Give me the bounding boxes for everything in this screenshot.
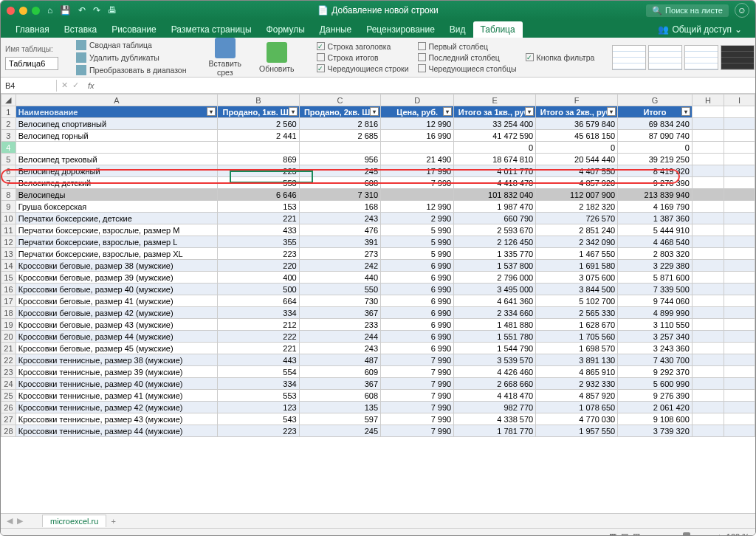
table-header[interactable]: Наименование▾	[16, 106, 217, 118]
row-header[interactable]: 5	[1, 154, 16, 165]
cell[interactable]: 5 990	[381, 236, 454, 248]
cell[interactable]: 3 229 380	[618, 260, 693, 272]
row-header[interactable]: 25	[1, 390, 16, 402]
cell[interactable]: 223	[218, 248, 299, 260]
row-header[interactable]: 11	[1, 224, 16, 236]
row-header[interactable]: 2	[1, 118, 16, 130]
undo-icon[interactable]: ↶	[78, 5, 86, 16]
cell[interactable]	[381, 189, 454, 201]
cell[interactable]	[218, 142, 299, 154]
insert-slicer-button[interactable]: Вставить срез	[205, 36, 247, 78]
cell[interactable]: 9 292 370	[618, 366, 693, 378]
option-checkbox[interactable]: ✓Кнопка фильтра	[526, 53, 595, 62]
cell[interactable]: 7 990	[381, 413, 454, 425]
cell[interactable]: Кроссовки беговые, размер 41 (мужские)	[16, 295, 217, 307]
cell[interactable]: 2 803 320	[618, 248, 693, 260]
spreadsheet-grid[interactable]: ◢ABCDEFGHI1Наименование▾Продано, 1кв. Шт…	[1, 94, 755, 513]
cell[interactable]: 2 851 240	[536, 224, 618, 236]
cell[interactable]: 222	[218, 331, 299, 343]
cell[interactable]: 730	[299, 295, 380, 307]
cell[interactable]: 443	[218, 354, 299, 366]
cell[interactable]: 9 108 600	[618, 413, 693, 425]
col-header[interactable]: C	[299, 95, 380, 106]
cell[interactable]: Велосипед детский	[16, 177, 217, 189]
cell[interactable]: Кроссовки теннисные, размер 41 (мужские)	[16, 390, 217, 402]
cell[interactable]: 5 102 700	[536, 295, 618, 307]
filter-icon[interactable]: ▾	[681, 107, 690, 116]
cell[interactable]: 45 618 150	[536, 130, 618, 142]
cell[interactable]: Кроссовки беговые, размер 44 (мужские)	[16, 331, 217, 343]
row-header[interactable]: 6	[1, 165, 16, 177]
option-checkbox[interactable]: Первый столбец	[418, 42, 517, 51]
tool-button[interactable]: Преобразовать в диапазон	[76, 65, 187, 75]
share-button[interactable]: 👥 Общий доступ ⌄	[652, 21, 748, 38]
filter-icon[interactable]: ▾	[443, 107, 452, 116]
cell[interactable]: Кроссовки беговые, размер 43 (мужские)	[16, 319, 217, 331]
cell[interactable]: 6 990	[381, 284, 454, 295]
row-header[interactable]: 10	[1, 213, 16, 224]
cell[interactable]: 223	[218, 165, 299, 177]
cell[interactable]: 6 990	[381, 331, 454, 343]
cell[interactable]: 660 790	[454, 213, 536, 224]
fx-icon[interactable]: fx	[83, 81, 99, 90]
user-icon[interactable]: ☺	[735, 3, 749, 18]
cell[interactable]: 16 990	[381, 130, 454, 142]
table-header[interactable]: Итого за 2кв., руб.▾	[536, 106, 618, 118]
cell[interactable]: 4 169 790	[618, 201, 693, 213]
print-icon[interactable]: 🖶	[108, 5, 117, 16]
col-header[interactable]: H	[692, 95, 724, 106]
close-window[interactable]	[7, 7, 15, 15]
cell[interactable]: 21 490	[381, 154, 454, 165]
cell[interactable]	[16, 142, 217, 154]
cell[interactable]: 69 834 240	[618, 118, 693, 130]
tab-Таблица[interactable]: Таблица	[473, 21, 523, 38]
maximize-window[interactable]	[32, 7, 40, 15]
cell[interactable]: Кроссовки теннисные, размер 40 (мужские)	[16, 378, 217, 390]
cell[interactable]: 355	[218, 236, 299, 248]
cell[interactable]: 7 990	[381, 177, 454, 189]
tab-Вид[interactable]: Вид	[442, 21, 473, 38]
cell[interactable]: 12 990	[381, 118, 454, 130]
cell[interactable]: 1 078 650	[536, 402, 618, 413]
cell[interactable]: Кроссовки беговые, размер 40 (мужские)	[16, 284, 217, 295]
cell[interactable]: Кроссовки теннисные, размер 39 (мужские)	[16, 366, 217, 378]
add-sheet-button[interactable]: +	[111, 517, 115, 526]
sheet-tab[interactable]: microexcel.ru	[42, 515, 106, 527]
cell[interactable]: 553	[218, 390, 299, 402]
cell[interactable]: 4 418 470	[454, 390, 536, 402]
cell[interactable]: 4 770 030	[536, 413, 618, 425]
cell[interactable]: 2 061 420	[618, 402, 693, 413]
cell[interactable]: 4 011 770	[454, 165, 536, 177]
cell[interactable]: 400	[218, 272, 299, 284]
cell[interactable]: 367	[299, 378, 380, 390]
cell[interactable]: 212	[218, 319, 299, 331]
tab-Вставка[interactable]: Вставка	[57, 21, 105, 38]
table-name-input[interactable]	[5, 57, 58, 70]
cell[interactable]: 153	[218, 201, 299, 213]
cell[interactable]: 4 407 550	[536, 165, 618, 177]
cell[interactable]: 0	[536, 142, 618, 154]
table-header[interactable]: Продано, 1кв. Шт.▾	[218, 106, 299, 118]
row-header[interactable]: 22	[1, 354, 16, 366]
cell[interactable]	[381, 142, 454, 154]
cell[interactable]: 2 932 330	[536, 378, 618, 390]
cell[interactable]: 7 990	[381, 378, 454, 390]
view-normal-icon[interactable]: ▦	[609, 532, 616, 536]
cell[interactable]: 0	[454, 142, 536, 154]
select-all[interactable]: ◢	[1, 95, 16, 106]
cell[interactable]: 5 600 990	[618, 378, 693, 390]
row-header[interactable]: 26	[1, 402, 16, 413]
cell[interactable]: 608	[299, 390, 380, 402]
formula-input[interactable]	[99, 84, 755, 87]
cell[interactable]: 7 430 700	[618, 354, 693, 366]
row-header[interactable]: 18	[1, 307, 16, 319]
cell[interactable]: 39 219 250	[618, 154, 693, 165]
cell[interactable]: 3 539 570	[454, 354, 536, 366]
name-box[interactable]: B4	[1, 80, 57, 92]
zoom-in-button[interactable]: +	[717, 532, 721, 537]
cell[interactable]: 4 857 920	[536, 177, 618, 189]
cell[interactable]: 2 334 660	[454, 307, 536, 319]
zoom-out-button[interactable]: −	[645, 532, 649, 537]
cell[interactable]: 101 832 040	[454, 189, 536, 201]
cell[interactable]: Кроссовки теннисные, размер 42 (мужские)	[16, 402, 217, 413]
